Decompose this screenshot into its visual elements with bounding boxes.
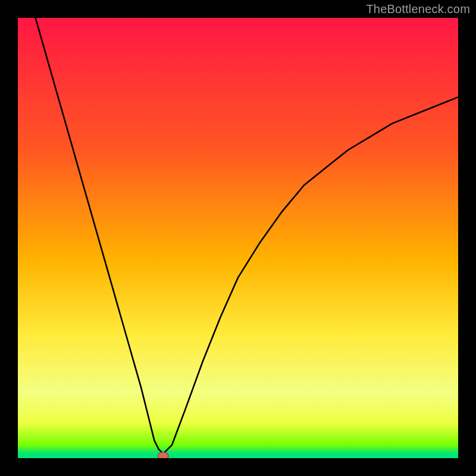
gradient-rect [18,18,458,458]
optimum-marker [158,452,168,458]
chart-stage: TheBottleneck.com [0,0,476,476]
plot-area [18,18,458,458]
chart-svg [18,18,458,458]
watermark-text: TheBottleneck.com [366,2,470,16]
